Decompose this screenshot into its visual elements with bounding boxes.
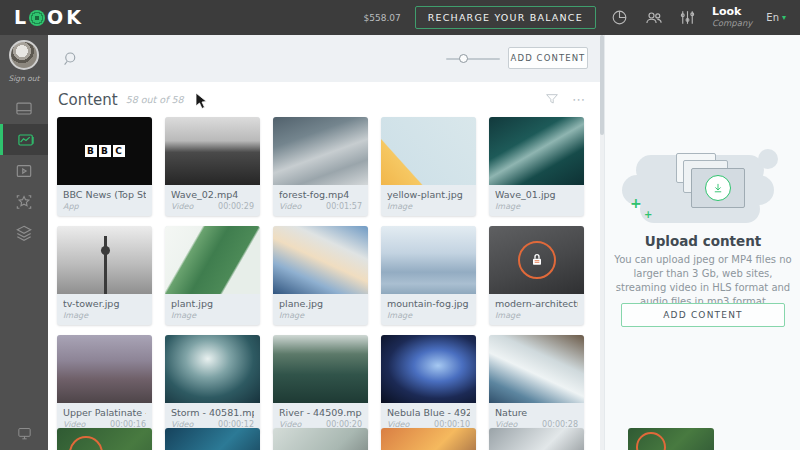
card-thumbnail[interactable] <box>381 226 476 294</box>
card-name: Wave_01.jpg <box>495 189 578 200</box>
look-logo[interactable]: LOK <box>14 8 82 27</box>
content-card[interactable]: mountain-fog.jpgImage <box>381 226 476 325</box>
card-name: Nebula Blue - 4925... <box>387 407 470 418</box>
card-info: plane.jpgImage <box>273 294 368 325</box>
sidebar-item-groups[interactable] <box>0 217 48 248</box>
content-card[interactable]: modern-architectu...Image <box>489 226 584 325</box>
widgets-star-icon <box>14 192 34 212</box>
avatar[interactable] <box>9 40 39 70</box>
card-thumbnail[interactable] <box>165 428 260 450</box>
content-grid: BBCBBC News (Top Sto...AppWave_02.mp4Vid… <box>57 117 584 434</box>
card-thumbnail[interactable] <box>489 226 584 294</box>
card-thumbnail[interactable] <box>273 428 368 450</box>
card-thumbnail[interactable] <box>381 428 476 450</box>
card-meta: Video00:01:57 <box>279 202 362 211</box>
logo-letter: C <box>113 145 125 157</box>
upload-description: You can upload jpeg or MP4 files no larg… <box>613 253 793 309</box>
content-card[interactable]: Storm - 40581.mp4Video00:00:12 <box>165 335 260 434</box>
card-thumbnail[interactable] <box>381 335 476 403</box>
content-card[interactable]: Nebula Blue - 4925...Video00:00:10 <box>381 335 476 434</box>
card-name: Upper Palatinate - ... <box>63 407 146 418</box>
card-meta: Image <box>387 202 470 211</box>
logo-letter: L <box>14 8 27 27</box>
card-type-label: Image <box>171 311 196 320</box>
content-scrollbar[interactable] <box>600 35 604 450</box>
users-icon[interactable] <box>644 8 664 28</box>
content-card[interactable]: NatureVideo00:00:28 <box>489 335 584 434</box>
card-meta: Image <box>279 311 362 320</box>
card-thumbnail[interactable] <box>165 335 260 403</box>
partial-thumbnail[interactable] <box>628 428 714 450</box>
content-card[interactable]: Upper Palatinate - ...Video00:00:16 <box>57 335 152 434</box>
sidebar-item-devices[interactable] <box>0 425 48 442</box>
download-circle-icon <box>705 175 731 201</box>
recharge-balance-button[interactable]: RECHARGE YOUR BALANCE <box>415 6 596 29</box>
card-meta: Image <box>387 311 470 320</box>
sign-out-link[interactable]: Sign out <box>8 74 39 83</box>
card-name: mountain-fog.jpg <box>387 298 470 309</box>
card-name: yellow-plant.jpg <box>387 189 470 200</box>
card-duration: 00:01:57 <box>326 202 362 211</box>
slider-track <box>446 58 500 60</box>
card-thumbnail[interactable] <box>57 428 152 450</box>
card-thumbnail[interactable] <box>273 117 368 185</box>
card-info: plant.jpgImage <box>165 294 260 325</box>
sidebar-item-content[interactable] <box>0 124 48 155</box>
content-card[interactable]: plant.jpgImage <box>165 226 260 325</box>
card-name: tv-tower.jpg <box>63 298 146 309</box>
card-thumbnail[interactable]: BBC <box>57 117 152 185</box>
add-content-button-panel[interactable]: ADD CONTENT <box>621 303 785 327</box>
content-card[interactable]: Wave_02.mp4Video00:00:29 <box>165 117 260 216</box>
card-thumbnail[interactable] <box>381 117 476 185</box>
card-thumbnail[interactable] <box>489 428 584 450</box>
card-thumbnail[interactable] <box>165 117 260 185</box>
scrollbar-thumb[interactable] <box>600 35 604 135</box>
slider-knob[interactable] <box>459 54 468 63</box>
card-meta: Image <box>495 202 578 211</box>
sidebar-item-screens[interactable] <box>0 93 48 124</box>
card-thumbnail[interactable] <box>57 226 152 294</box>
card-meta: Image <box>495 311 578 320</box>
content-card[interactable]: River - 44509.mp4Video00:00:20 <box>273 335 368 434</box>
chevron-down-icon: ▾ <box>782 13 786 22</box>
upload-panel: + + Upload content You can upload jpeg o… <box>604 35 800 450</box>
search-icon[interactable] <box>60 48 82 70</box>
filter-icon[interactable] <box>544 91 562 109</box>
content-card[interactable]: forest-fog.mp4Video00:01:57 <box>273 117 368 216</box>
logo-letter: B <box>85 145 97 157</box>
content-card[interactable]: Wave_01.jpgImage <box>489 117 584 216</box>
add-content-button[interactable]: ADD CONTENT <box>508 47 588 69</box>
screens-icon <box>14 99 34 119</box>
sidebar-item-widgets[interactable] <box>0 186 48 217</box>
card-info: modern-architectu...Image <box>489 294 584 325</box>
sidebar-item-playlists[interactable] <box>0 155 48 186</box>
language-selector[interactable]: En ▾ <box>766 12 786 23</box>
content-card[interactable]: BBCBBC News (Top Sto...App <box>57 117 152 216</box>
card-duration: 00:00:29 <box>218 202 254 211</box>
card-thumbnail[interactable] <box>489 117 584 185</box>
content-card[interactable]: tv-tower.jpgImage <box>57 226 152 325</box>
card-thumbnail[interactable] <box>165 226 260 294</box>
content-grid-partial-row <box>57 428 584 450</box>
card-thumbnail[interactable] <box>57 335 152 403</box>
card-type-label: Image <box>387 202 412 211</box>
card-thumbnail[interactable] <box>273 335 368 403</box>
card-thumbnail[interactable] <box>489 335 584 403</box>
account-switcher[interactable]: Look Company <box>712 6 752 28</box>
statistics-pie-icon[interactable] <box>610 8 630 28</box>
sidebar-nav <box>0 93 48 248</box>
card-thumbnail[interactable] <box>273 226 368 294</box>
settings-sliders-icon[interactable] <box>678 8 698 28</box>
card-type-label: Image <box>495 202 520 211</box>
content-card[interactable]: plane.jpgImage <box>273 226 368 325</box>
card-info: Wave_02.mp4Video00:00:29 <box>165 185 260 216</box>
logo-letter: B <box>99 145 111 157</box>
upload-illustration: + + <box>618 147 788 229</box>
content-card[interactable]: yellow-plant.jpgImage <box>381 117 476 216</box>
more-options-icon[interactable]: ⋯ <box>572 95 586 105</box>
devices-icon <box>16 425 33 442</box>
card-type-label: App <box>63 202 79 211</box>
card-name: forest-fog.mp4 <box>279 189 362 200</box>
cloud-blob <box>758 149 778 169</box>
thumbnail-size-slider[interactable] <box>446 56 500 62</box>
